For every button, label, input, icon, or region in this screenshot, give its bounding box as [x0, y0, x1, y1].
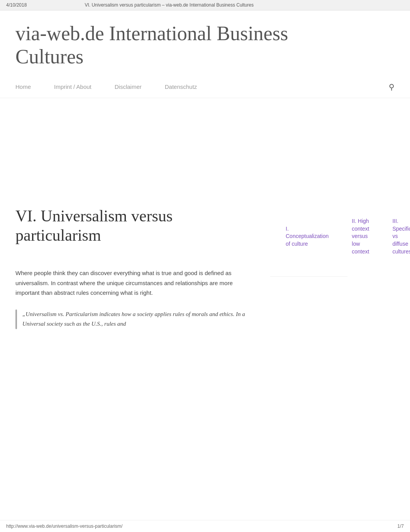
footer-page: 1/7	[397, 524, 404, 529]
sidebar-item-2[interactable]: II. High context versus low context	[352, 218, 369, 255]
search-icon: ⚲	[389, 83, 395, 91]
nav-home[interactable]: Home	[15, 83, 31, 90]
site-title: via-web.de International Business Cultur…	[15, 22, 395, 68]
sidebar: I. Conceptualization of culture II. High…	[270, 206, 347, 329]
browser-tab: 4/10/2018 VI. Universalism versus partic…	[0, 0, 410, 10]
nav-datenschutz[interactable]: Datenschutz	[165, 83, 197, 90]
search-button[interactable]: ⚲	[389, 82, 395, 92]
blockquote-text: „Universalism vs. Particularism indicate…	[22, 309, 255, 329]
sidebar-nav: I. Conceptualization of culture II. High…	[270, 206, 347, 277]
article-intro: Where people think they can discover eve…	[15, 268, 255, 298]
main-nav: Home Imprint / About Disclaimer Datensch…	[0, 76, 410, 98]
footer-bar: http://www.via-web.de/universalism-versu…	[0, 520, 410, 532]
blockquote-container: „Universalism vs. Particularism indicate…	[15, 309, 255, 329]
nav-imprint[interactable]: Imprint / About	[54, 83, 91, 90]
browser-title: VI. Universalism versus particularism – …	[85, 2, 254, 8]
blockquote-bar	[15, 309, 17, 329]
browser-date: 4/10/2018	[6, 2, 27, 8]
sidebar-item-3[interactable]: III. Specific vs diffuse cultures	[392, 218, 410, 255]
footer-url: http://www.via-web.de/universalism-versu…	[6, 524, 122, 529]
sidebar-item-1[interactable]: I. Conceptualization of culture	[286, 225, 329, 248]
content-wrapper: VI. Universalism versus particularism Wh…	[0, 206, 410, 329]
nav-disclaimer[interactable]: Disclaimer	[115, 83, 142, 90]
main-content: VI. Universalism versus particularism Wh…	[15, 206, 255, 329]
ad-space	[0, 98, 410, 206]
site-header: via-web.de International Business Cultur…	[0, 10, 410, 76]
article-title: VI. Universalism versus particularism	[15, 206, 255, 245]
